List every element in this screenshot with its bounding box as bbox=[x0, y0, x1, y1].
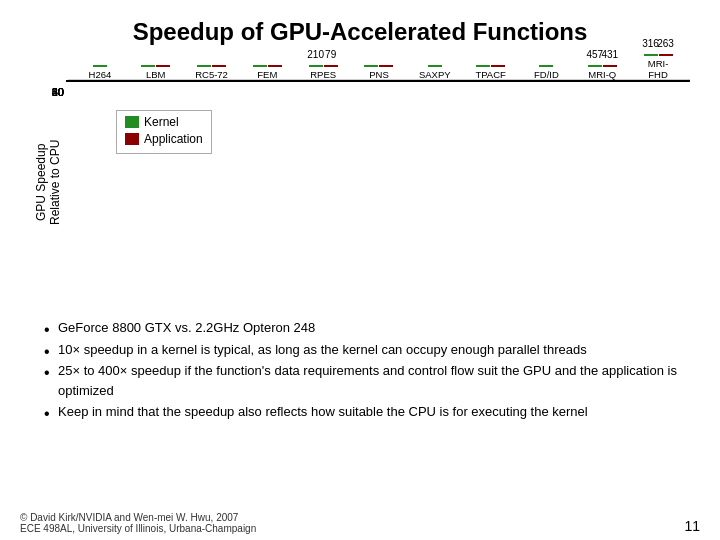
bar-red-9: 431 bbox=[603, 65, 617, 67]
bar-red-1 bbox=[156, 65, 170, 67]
bar-label-6: SAXPY bbox=[419, 70, 451, 80]
bar-group-pns: PNS bbox=[351, 65, 407, 80]
bar-value-red-10: 263 bbox=[657, 38, 674, 49]
bar-green-2 bbox=[197, 65, 211, 67]
bar-pair-2 bbox=[197, 65, 226, 67]
bar-green-4: 210 bbox=[309, 65, 323, 67]
bar-green-7 bbox=[476, 65, 490, 67]
bar-label-10: MRI-FHD bbox=[648, 59, 669, 80]
bar-group-tpacf: TPACF bbox=[463, 65, 519, 80]
bar-green-6 bbox=[428, 65, 442, 67]
slide-number: 11 bbox=[684, 518, 700, 534]
bar-pair-4: 21079 bbox=[309, 65, 338, 67]
bar-green-1 bbox=[141, 65, 155, 67]
legend: Kernel Application bbox=[116, 110, 212, 154]
bar-label-1: LBM bbox=[146, 70, 166, 80]
bar-green-3 bbox=[253, 65, 267, 67]
bar-pair-5 bbox=[364, 65, 393, 67]
bar-label-8: FD/ID bbox=[534, 70, 559, 80]
bar-group-h264: H264 bbox=[72, 65, 128, 80]
chart-area: GPU SpeedupRelative to CPU 10 20 30 bbox=[30, 52, 690, 312]
bullet-3: 25× to 400× speedup if the function's da… bbox=[40, 361, 680, 400]
legend-color-application bbox=[125, 133, 139, 145]
bullets-list: GeForce 8800 GTX vs. 2.2GHz Opteron 248 … bbox=[30, 318, 690, 422]
bar-label-7: TPACF bbox=[475, 70, 505, 80]
bar-pair-9: 457431 bbox=[588, 65, 617, 67]
bar-label-2: RC5-72 bbox=[195, 70, 228, 80]
legend-item-kernel: Kernel bbox=[125, 115, 203, 129]
bar-label-9: MRI-Q bbox=[588, 70, 616, 80]
bullet-2: 10× speedup in a kernel is typical, as l… bbox=[40, 340, 680, 360]
bar-value-red-9: 431 bbox=[601, 49, 618, 60]
bar-green-9: 457 bbox=[588, 65, 602, 67]
bar-red-10: 263 bbox=[659, 54, 673, 56]
bullet-1: GeForce 8800 GTX vs. 2.2GHz Opteron 248 bbox=[40, 318, 680, 338]
bar-label-5: PNS bbox=[369, 70, 389, 80]
bar-group-mri-q: 457431MRI-Q bbox=[574, 65, 630, 80]
bar-pair-1 bbox=[141, 65, 170, 67]
bar-group-saxpy: SAXPY bbox=[407, 65, 463, 80]
bar-red-2 bbox=[212, 65, 226, 67]
bar-value-red-4: 79 bbox=[325, 49, 336, 60]
bar-group-rc5-72: RC5-72 bbox=[184, 65, 240, 80]
legend-color-kernel bbox=[125, 116, 139, 128]
bar-red-4: 79 bbox=[324, 65, 338, 67]
bar-green-5 bbox=[364, 65, 378, 67]
y-tick-0: 0 bbox=[58, 86, 64, 98]
bar-red-7 bbox=[491, 65, 505, 67]
bar-label-4: RPES bbox=[310, 70, 336, 80]
bar-green-8 bbox=[539, 65, 553, 67]
bar-green-0 bbox=[93, 65, 107, 67]
bar-pair-7 bbox=[476, 65, 505, 67]
legend-label-kernel: Kernel bbox=[144, 115, 179, 129]
bar-red-5 bbox=[379, 65, 393, 67]
bar-group-rpes: 21079RPES bbox=[295, 65, 351, 80]
legend-label-application: Application bbox=[144, 132, 203, 146]
bar-value-green-4: 210 bbox=[307, 49, 324, 60]
bar-group-fd-id: FD/ID bbox=[519, 65, 575, 80]
chart-inner: 10 20 30 40 50 60 bbox=[66, 52, 690, 312]
bar-red-3 bbox=[268, 65, 282, 67]
chart-body: 10 20 30 40 50 60 bbox=[66, 80, 690, 82]
bar-pair-3 bbox=[253, 65, 282, 67]
bullet-4: Keep in mind that the speedup also refle… bbox=[40, 402, 680, 422]
bar-pair-6 bbox=[428, 65, 442, 67]
bar-label-0: H264 bbox=[89, 70, 112, 80]
bar-pair-8 bbox=[539, 65, 553, 67]
bar-group-fem: FEM bbox=[239, 65, 295, 80]
bar-group-mri--fhd: 316263MRI-FHD bbox=[630, 54, 686, 80]
bar-pair-10: 316263 bbox=[644, 54, 673, 56]
bar-pair-0 bbox=[93, 65, 107, 67]
legend-item-application: Application bbox=[125, 132, 203, 146]
bar-green-10: 316 bbox=[644, 54, 658, 56]
footer: © David Kirk/NVIDIA and Wen-mei W. Hwu, … bbox=[20, 512, 256, 534]
bar-group-lbm: LBM bbox=[128, 65, 184, 80]
slide-title: Speedup of GPU-Accelerated Functions bbox=[30, 18, 690, 46]
bar-label-3: FEM bbox=[257, 70, 277, 80]
slide: Speedup of GPU-Accelerated Functions GPU… bbox=[0, 0, 720, 540]
